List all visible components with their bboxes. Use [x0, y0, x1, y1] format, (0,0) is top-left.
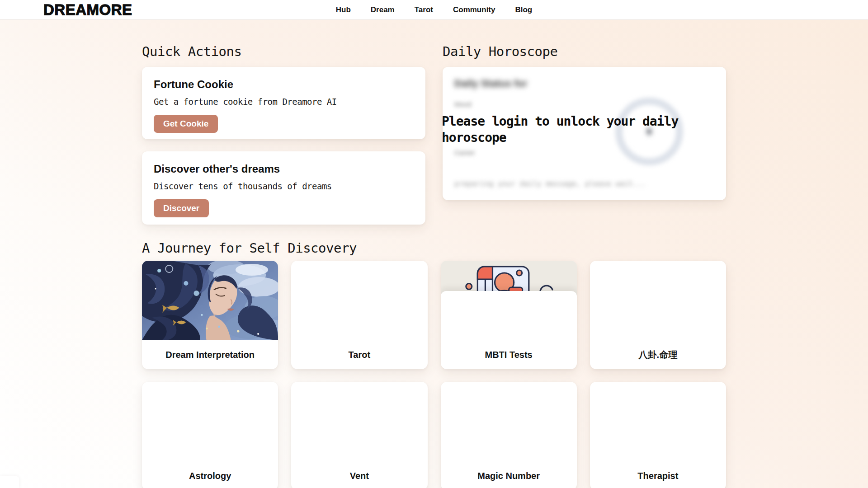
journey-card-label: Dream Interpretation — [142, 340, 278, 369]
journey-section: A Journey for Self Discovery — [142, 240, 726, 488]
nav-item-community[interactable]: Community — [453, 5, 495, 14]
journey-heading: A Journey for Self Discovery — [142, 240, 726, 256]
journey-card-therapist[interactable]: Therapist — [590, 382, 726, 488]
journey-card-label: Therapist — [590, 461, 726, 488]
blurred-career-label: Career — [454, 149, 475, 156]
fortune-cookie-card: Fortune Cookie Get a fortune cookie from… — [142, 67, 425, 139]
daily-horoscope-heading: Daily Horoscope — [443, 43, 726, 60]
blurred-mood-label: Mood — [454, 100, 472, 108]
fortune-cookie-description: Get a fortune cookie from Dreamore AI — [154, 96, 414, 107]
nav-item-blog[interactable]: Blog — [515, 5, 532, 14]
nav-item-tarot[interactable]: Tarot — [415, 5, 433, 14]
dream-art-image — [142, 261, 278, 340]
journey-card-astrology[interactable]: Astrology — [142, 382, 278, 488]
get-cookie-button[interactable]: Get Cookie — [154, 115, 218, 133]
journey-card-mbti-tests[interactable]: MBTI Tests — [441, 261, 577, 369]
discover-dreams-title: Discover other's dreams — [154, 162, 414, 176]
nav-item-hub[interactable]: Hub — [336, 5, 351, 14]
daily-horoscope-card: Daily Status for Mood Career preparing y… — [443, 67, 726, 200]
nav-item-dream[interactable]: Dream — [371, 5, 395, 14]
daily-horoscope-section: Daily Horoscope Daily Status for Mood Ca… — [443, 43, 726, 225]
discover-dreams-card: Discover other's dreams Discover tens of… — [142, 151, 425, 225]
fortune-cookie-title: Fortune Cookie — [154, 78, 414, 91]
login-locked-message: Please login to unlock your daily horosc… — [443, 113, 724, 146]
journey-card-label: Astrology — [142, 461, 278, 488]
journey-card-magic-number[interactable]: Magic Number — [441, 382, 577, 488]
journey-card-vent[interactable]: Vent — [291, 382, 427, 488]
blurred-footer-text: preparing your daily message, please wai… — [454, 179, 646, 188]
top-nav-bar: DREAMORE Hub Dream Tarot Community Blog — [0, 0, 868, 20]
journey-card-label: MBTI Tests — [441, 340, 577, 369]
journey-card-dream-interpretation[interactable]: Dream Interpretation — [142, 261, 278, 369]
corner-widget — [0, 476, 19, 488]
journey-card-label: 八卦.命理 — [590, 340, 726, 369]
journey-card-label: Vent — [291, 461, 427, 488]
quick-actions-heading: Quick Actions — [142, 43, 425, 60]
discover-button[interactable]: Discover — [154, 199, 209, 217]
journey-card-tarot[interactable]: Tarot — [291, 261, 427, 369]
discover-dreams-description: Discover tens of thousands of dreams — [154, 181, 414, 192]
journey-card-label: Magic Number — [441, 461, 577, 488]
brand-logo[interactable]: DREAMORE — [43, 1, 132, 19]
page-content: Quick Actions Fortune Cookie Get a fortu… — [142, 20, 726, 488]
quick-actions-section: Quick Actions Fortune Cookie Get a fortu… — [142, 43, 425, 225]
blurred-status-title: Daily Status for — [454, 78, 527, 89]
journey-card-bagua[interactable]: 八卦.命理 — [590, 261, 726, 369]
journey-card-grid: Dream Interpretation Tarot — [142, 261, 726, 488]
journey-card-label: Tarot — [291, 340, 427, 369]
